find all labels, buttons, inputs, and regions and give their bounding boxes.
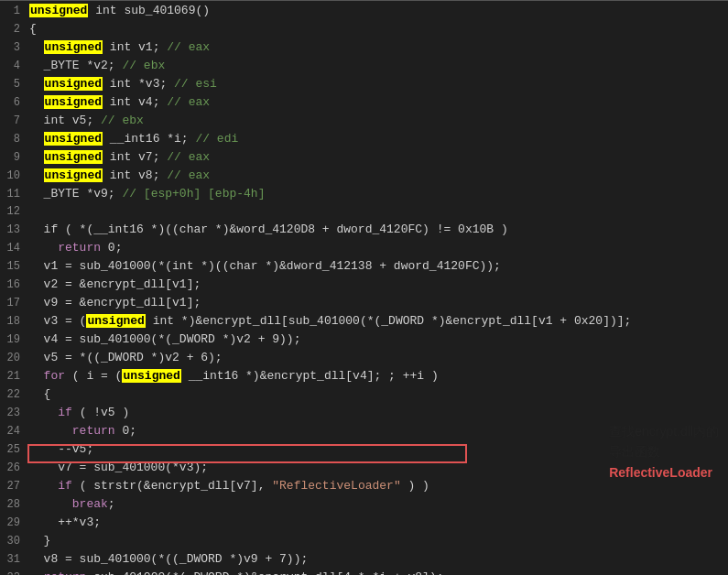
line-content: unsigned int sub_401069() <box>29 2 724 19</box>
comment-token: // eax <box>167 168 210 182</box>
plain-token <box>29 424 72 438</box>
plain-token <box>29 479 58 493</box>
plain-token <box>29 241 58 255</box>
anno-line3: ReflectiveLoader <box>609 462 719 483</box>
kw-unsigned-token: unsigned <box>29 4 88 17</box>
code-line: 6 unsigned int v4; // eax <box>0 93 728 112</box>
line-number: 5 <box>4 76 29 93</box>
line-number: 14 <box>4 240 29 257</box>
code-line: 7 int v5; // ebx <box>0 112 728 130</box>
line-content: ++*v3; <box>29 514 724 531</box>
code-line: 19 v4 = sub_401000(*(_DWORD *)v2 + 9)); <box>0 331 728 349</box>
line-content: _BYTE *v2; // ebx <box>29 57 724 74</box>
kw-return-token: return <box>72 424 115 438</box>
line-number: 10 <box>4 168 29 185</box>
plain-token: 0; <box>115 424 136 438</box>
line-number: 18 <box>4 313 29 331</box>
code-line: 18 v3 = (unsigned int *)&encrypt_dll[sub… <box>0 312 728 331</box>
line-content: if ( !v5 ) <box>29 404 724 421</box>
kw-return-token: return <box>58 241 101 255</box>
code-line: 4 _BYTE *v2; // ebx <box>0 57 728 75</box>
anno-line1: 查找encrypt.dll内的 <box>609 421 719 441</box>
code-line: 30 } <box>0 532 728 550</box>
line-content: unsigned __int16 *i; // edi <box>29 130 724 147</box>
plain-token: v2 = &encrypt_dll[v1]; <box>29 277 201 291</box>
line-number: 26 <box>4 460 29 477</box>
line-number: 30 <box>4 533 29 550</box>
plain-token: ++*v3; <box>29 515 101 529</box>
kw-if-token: if <box>58 406 72 419</box>
plain-token: int v5; <box>29 114 101 127</box>
code-line: 16 v2 = &encrypt_dll[v1]; <box>0 276 728 294</box>
code-line: 13 if ( *(__int16 *)((char *)&word_4120D… <box>0 221 728 239</box>
annotation: 查找encrypt.dll内的 导出函数 ReflectiveLoader <box>609 421 719 483</box>
line-number: 6 <box>4 94 29 112</box>
line-number: 27 <box>4 478 29 495</box>
kw-break-token: break <box>72 497 108 511</box>
line-content: unsigned int v8; // eax <box>29 167 724 184</box>
line-content: v5 = *((_DWORD *)v2 + 6); <box>29 349 724 366</box>
line-number: 22 <box>4 386 29 404</box>
code-line: 10 unsigned int v8; // eax <box>0 167 728 185</box>
line-content: for ( i = (unsigned __int16 *)&encrypt_d… <box>29 367 724 385</box>
code-line: 31 v8 = sub_401000(*((_DWORD *)v9 + 7)); <box>0 550 728 569</box>
line-number: 31 <box>4 551 29 569</box>
line-number: 13 <box>4 222 29 239</box>
line-number: 24 <box>4 423 29 440</box>
plain-token: 0; <box>101 241 122 255</box>
code-line: 28 break; <box>0 495 728 514</box>
plain-token: } <box>29 534 50 548</box>
line-content: v4 = sub_401000(*(_DWORD *)v2 + 9)); <box>29 331 724 348</box>
plain-token <box>29 497 72 511</box>
code-line: 29 ++*v3; <box>0 514 728 532</box>
kw-unsigned-token: unsigned <box>44 168 103 182</box>
plain-token <box>29 77 44 91</box>
kw-unsigned-token: unsigned <box>122 369 180 383</box>
kw-unsigned-token: unsigned <box>44 150 103 164</box>
plain-token: int *)&encrypt_dll[sub_401000(*(_DWORD *… <box>146 314 632 328</box>
plain-token: v9 = &encrypt_dll[v1]; <box>29 296 201 309</box>
code-line: 12 <box>0 203 728 221</box>
comment-token: // ebx <box>101 114 144 127</box>
plain-token: v3 = ( <box>29 314 86 328</box>
plain-token <box>29 95 44 109</box>
plain-token: ) ) <box>401 479 429 493</box>
plain-token: v1 = sub_401000(*(int *)((char *)&dword_… <box>29 259 501 273</box>
code-line: 20 v5 = *((_DWORD *)v2 + 6); <box>0 349 728 367</box>
plain-token <box>29 570 44 575</box>
line-number: 23 <box>4 405 29 422</box>
line-number: 12 <box>4 203 29 221</box>
plain-token: v5 = *((_DWORD *)v2 + 6); <box>29 351 223 364</box>
code-line: 8 unsigned __int16 *i; // edi <box>0 130 728 148</box>
plain-token: { <box>29 22 37 36</box>
kw-unsigned-token: unsigned <box>44 40 103 54</box>
plain-token: ; <box>108 497 115 511</box>
code-line: 11 _BYTE *v9; // [esp+0h] [ebp-4h] <box>0 185 728 203</box>
line-content: v3 = (unsigned int *)&encrypt_dll[sub_40… <box>29 312 724 330</box>
line-number: 19 <box>4 331 29 349</box>
plain-token <box>29 132 44 146</box>
kw-for-token: for <box>44 369 65 383</box>
line-number: 2 <box>4 21 29 38</box>
plain-token: _BYTE *v2; <box>29 59 122 72</box>
plain-token <box>29 40 44 54</box>
line-number: 8 <box>4 131 29 148</box>
code-line: 2{ <box>0 20 728 38</box>
plain-token: --v5; <box>29 442 93 456</box>
plain-token: v7 = sub_401000(*v3); <box>29 461 208 474</box>
code-line: 3 unsigned int v1; // eax <box>0 38 728 57</box>
kw-unsigned-token: unsigned <box>44 95 103 109</box>
line-content: v9 = &encrypt_dll[v1]; <box>29 294 724 311</box>
comment-token: // esi <box>174 77 217 91</box>
kw-unsigned-token: unsigned <box>44 77 103 91</box>
kw-unsigned-token: unsigned <box>86 314 145 328</box>
line-content: v8 = sub_401000(*((_DWORD *)v9 + 7)); <box>29 550 724 568</box>
line-content: break; <box>29 495 724 513</box>
comment-token: // edi <box>195 132 238 146</box>
code-line: 5 unsigned int *v3; // esi <box>0 75 728 93</box>
kw-return-token: return <box>44 570 87 575</box>
line-number: 16 <box>4 277 29 294</box>
line-number: 11 <box>4 186 29 203</box>
anno-line2: 导出函数 <box>609 441 719 461</box>
line-number: 7 <box>4 113 29 130</box>
